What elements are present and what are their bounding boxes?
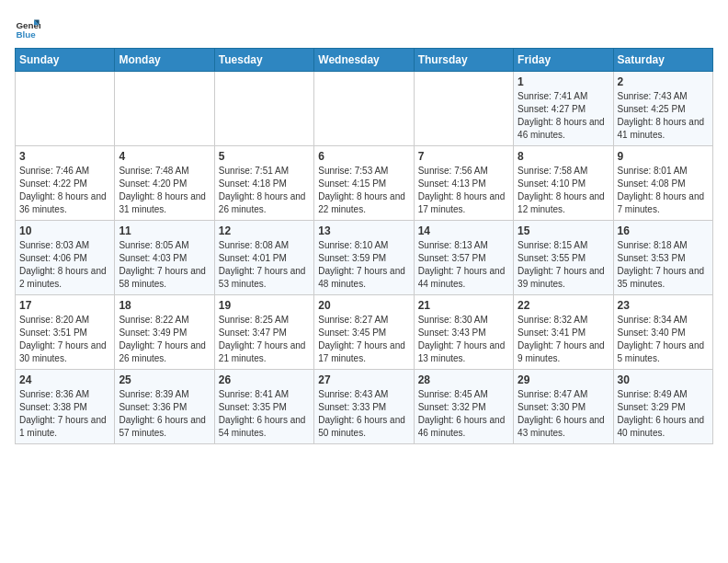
calendar-cell: 26Sunrise: 8:41 AMSunset: 3:35 PMDayligh… xyxy=(214,370,313,444)
day-info: Sunrise: 8:45 AMSunset: 3:32 PMDaylight:… xyxy=(418,388,509,440)
day-number: 24 xyxy=(19,373,110,386)
calendar-week-1: 3Sunrise: 7:46 AMSunset: 4:22 PMDaylight… xyxy=(16,146,713,221)
calendar-cell: 20Sunrise: 8:27 AMSunset: 3:45 PMDayligh… xyxy=(314,295,414,370)
calendar-cell: 13Sunrise: 8:10 AMSunset: 3:59 PMDayligh… xyxy=(314,221,414,295)
calendar-cell: 24Sunrise: 8:36 AMSunset: 3:38 PMDayligh… xyxy=(16,370,115,444)
calendar-cell: 27Sunrise: 8:43 AMSunset: 3:33 PMDayligh… xyxy=(314,370,414,444)
logo-icon: General Blue xyxy=(15,15,40,40)
day-number: 2 xyxy=(618,75,709,88)
calendar-week-3: 17Sunrise: 8:20 AMSunset: 3:51 PMDayligh… xyxy=(16,295,713,370)
calendar-cell: 19Sunrise: 8:25 AMSunset: 3:47 PMDayligh… xyxy=(214,295,313,370)
day-number: 13 xyxy=(318,224,409,237)
calendar-cell: 29Sunrise: 8:47 AMSunset: 3:30 PMDayligh… xyxy=(514,370,613,444)
calendar-cell: 4Sunrise: 7:48 AMSunset: 4:20 PMDaylight… xyxy=(115,146,214,221)
calendar-week-2: 10Sunrise: 8:03 AMSunset: 4:06 PMDayligh… xyxy=(16,221,713,295)
calendar-cell: 3Sunrise: 7:46 AMSunset: 4:22 PMDaylight… xyxy=(16,146,115,221)
calendar-cell xyxy=(214,72,313,146)
day-number: 16 xyxy=(618,224,709,237)
calendar-cell: 18Sunrise: 8:22 AMSunset: 3:49 PMDayligh… xyxy=(115,295,214,370)
calendar-table: SundayMondayTuesdayWednesdayThursdayFrid… xyxy=(15,48,713,444)
day-number: 5 xyxy=(219,150,310,163)
calendar-cell: 25Sunrise: 8:39 AMSunset: 3:36 PMDayligh… xyxy=(115,370,214,444)
calendar-cell xyxy=(314,72,414,146)
calendar-cell: 15Sunrise: 8:15 AMSunset: 3:55 PMDayligh… xyxy=(514,221,613,295)
day-number: 12 xyxy=(219,224,310,237)
day-number: 14 xyxy=(418,224,509,237)
day-info: Sunrise: 8:10 AMSunset: 3:59 PMDaylight:… xyxy=(318,239,409,291)
day-info: Sunrise: 8:08 AMSunset: 4:01 PMDaylight:… xyxy=(219,239,310,291)
day-number: 22 xyxy=(518,299,609,312)
header-thursday: Thursday xyxy=(414,49,513,72)
calendar-cell xyxy=(16,72,115,146)
svg-text:Blue: Blue xyxy=(16,29,36,40)
day-info: Sunrise: 8:22 AMSunset: 3:49 PMDaylight:… xyxy=(119,314,210,365)
day-number: 25 xyxy=(119,373,210,386)
day-info: Sunrise: 7:53 AMSunset: 4:15 PMDaylight:… xyxy=(318,165,409,216)
day-info: Sunrise: 7:43 AMSunset: 4:25 PMDaylight:… xyxy=(618,90,709,142)
header-wednesday: Wednesday xyxy=(314,49,414,72)
day-info: Sunrise: 8:47 AMSunset: 3:30 PMDaylight:… xyxy=(518,388,609,440)
day-number: 17 xyxy=(19,299,110,312)
calendar-cell: 6Sunrise: 7:53 AMSunset: 4:15 PMDaylight… xyxy=(314,146,414,221)
day-info: Sunrise: 8:49 AMSunset: 3:29 PMDaylight:… xyxy=(618,388,709,440)
day-info: Sunrise: 8:43 AMSunset: 3:33 PMDaylight:… xyxy=(318,388,409,440)
day-number: 9 xyxy=(618,150,709,163)
calendar-cell: 2Sunrise: 7:43 AMSunset: 4:25 PMDaylight… xyxy=(613,72,712,146)
day-info: Sunrise: 8:36 AMSunset: 3:38 PMDaylight:… xyxy=(19,388,110,440)
calendar-cell: 28Sunrise: 8:45 AMSunset: 3:32 PMDayligh… xyxy=(414,370,513,444)
calendar-cell: 8Sunrise: 7:58 AMSunset: 4:10 PMDaylight… xyxy=(514,146,613,221)
logo: General Blue xyxy=(15,15,44,40)
day-info: Sunrise: 8:05 AMSunset: 4:03 PMDaylight:… xyxy=(119,239,210,291)
day-info: Sunrise: 8:30 AMSunset: 3:43 PMDaylight:… xyxy=(418,314,509,365)
day-info: Sunrise: 8:25 AMSunset: 3:47 PMDaylight:… xyxy=(219,314,310,365)
day-number: 4 xyxy=(119,150,210,163)
day-number: 28 xyxy=(418,373,509,386)
day-info: Sunrise: 8:13 AMSunset: 3:57 PMDaylight:… xyxy=(418,239,509,291)
header-saturday: Saturday xyxy=(613,49,712,72)
calendar-week-4: 24Sunrise: 8:36 AMSunset: 3:38 PMDayligh… xyxy=(16,370,713,444)
day-number: 3 xyxy=(19,150,110,163)
day-info: Sunrise: 8:18 AMSunset: 3:53 PMDaylight:… xyxy=(618,239,709,291)
calendar-week-0: 1Sunrise: 7:41 AMSunset: 4:27 PMDaylight… xyxy=(16,72,713,146)
day-info: Sunrise: 7:56 AMSunset: 4:13 PMDaylight:… xyxy=(418,165,509,216)
day-number: 27 xyxy=(318,373,409,386)
page-header: General Blue xyxy=(15,15,713,40)
header-sunday: Sunday xyxy=(16,49,115,72)
day-number: 29 xyxy=(518,373,609,386)
day-info: Sunrise: 8:27 AMSunset: 3:45 PMDaylight:… xyxy=(318,314,409,365)
day-info: Sunrise: 7:48 AMSunset: 4:20 PMDaylight:… xyxy=(119,165,210,216)
day-number: 15 xyxy=(518,224,609,237)
header-monday: Monday xyxy=(115,49,214,72)
day-number: 30 xyxy=(618,373,709,386)
header-tuesday: Tuesday xyxy=(214,49,313,72)
day-number: 20 xyxy=(318,299,409,312)
day-number: 11 xyxy=(119,224,210,237)
day-number: 19 xyxy=(219,299,310,312)
day-number: 10 xyxy=(19,224,110,237)
day-number: 23 xyxy=(618,299,709,312)
calendar-cell: 1Sunrise: 7:41 AMSunset: 4:27 PMDaylight… xyxy=(514,72,613,146)
calendar-cell: 10Sunrise: 8:03 AMSunset: 4:06 PMDayligh… xyxy=(16,221,115,295)
day-info: Sunrise: 8:32 AMSunset: 3:41 PMDaylight:… xyxy=(518,314,609,365)
day-number: 6 xyxy=(318,150,409,163)
day-number: 1 xyxy=(518,75,609,88)
calendar-header-row: SundayMondayTuesdayWednesdayThursdayFrid… xyxy=(16,49,713,72)
calendar-cell: 12Sunrise: 8:08 AMSunset: 4:01 PMDayligh… xyxy=(214,221,313,295)
calendar-cell: 23Sunrise: 8:34 AMSunset: 3:40 PMDayligh… xyxy=(613,295,712,370)
day-info: Sunrise: 8:15 AMSunset: 3:55 PMDaylight:… xyxy=(518,239,609,291)
calendar-cell: 14Sunrise: 8:13 AMSunset: 3:57 PMDayligh… xyxy=(414,221,513,295)
calendar-cell xyxy=(414,72,513,146)
day-info: Sunrise: 7:58 AMSunset: 4:10 PMDaylight:… xyxy=(518,165,609,216)
day-number: 8 xyxy=(518,150,609,163)
calendar-cell: 9Sunrise: 8:01 AMSunset: 4:08 PMDaylight… xyxy=(613,146,712,221)
calendar-cell: 11Sunrise: 8:05 AMSunset: 4:03 PMDayligh… xyxy=(115,221,214,295)
calendar-cell: 16Sunrise: 8:18 AMSunset: 3:53 PMDayligh… xyxy=(613,221,712,295)
calendar-cell: 17Sunrise: 8:20 AMSunset: 3:51 PMDayligh… xyxy=(16,295,115,370)
calendar-cell: 5Sunrise: 7:51 AMSunset: 4:18 PMDaylight… xyxy=(214,146,313,221)
day-info: Sunrise: 7:46 AMSunset: 4:22 PMDaylight:… xyxy=(19,165,110,216)
day-number: 7 xyxy=(418,150,509,163)
day-number: 26 xyxy=(219,373,310,386)
day-info: Sunrise: 7:41 AMSunset: 4:27 PMDaylight:… xyxy=(518,90,609,142)
calendar-cell: 7Sunrise: 7:56 AMSunset: 4:13 PMDaylight… xyxy=(414,146,513,221)
day-info: Sunrise: 8:03 AMSunset: 4:06 PMDaylight:… xyxy=(19,239,110,291)
